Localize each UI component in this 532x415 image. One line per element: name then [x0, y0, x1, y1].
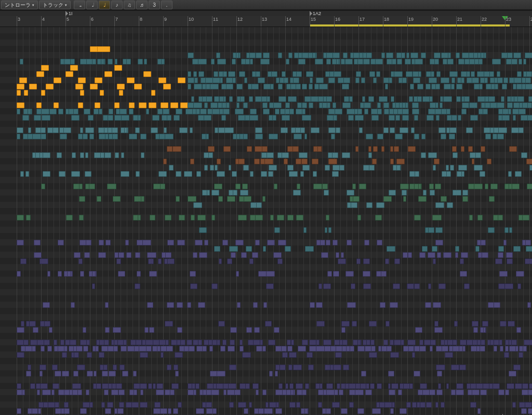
midi-note[interactable]: [79, 184, 83, 189]
midi-note[interactable]: [200, 109, 207, 114]
midi-note[interactable]: [460, 258, 464, 264]
midi-note[interactable]: [278, 383, 283, 389]
midi-note[interactable]: [97, 46, 110, 52]
midi-note[interactable]: [274, 184, 277, 189]
midi-note[interactable]: [172, 146, 181, 152]
midi-note[interactable]: [470, 152, 475, 158]
midi-note[interactable]: [498, 390, 505, 395]
midi-note[interactable]: [327, 271, 332, 277]
midi-note[interactable]: [516, 327, 521, 333]
midi-note[interactable]: [400, 127, 408, 133]
midi-note[interactable]: [236, 102, 240, 108]
midi-note[interactable]: [305, 246, 314, 252]
midi-note[interactable]: [464, 283, 470, 289]
midi-note[interactable]: [26, 371, 32, 377]
midi-note[interactable]: [105, 327, 110, 333]
midi-note[interactable]: [64, 402, 69, 408]
midi-note[interactable]: [492, 59, 501, 64]
midi-note[interactable]: [157, 109, 163, 114]
midi-note[interactable]: [293, 365, 302, 370]
midi-note[interactable]: [268, 171, 274, 177]
midi-note[interactable]: [456, 84, 462, 89]
midi-note[interactable]: [487, 159, 492, 164]
midi-note[interactable]: [252, 252, 258, 258]
midi-note[interactable]: [467, 71, 470, 77]
midi-note[interactable]: [462, 346, 466, 352]
midi-note[interactable]: [275, 109, 279, 114]
midi-note[interactable]: [273, 102, 282, 108]
midi-note[interactable]: [147, 252, 156, 258]
midi-note[interactable]: [73, 371, 78, 377]
midi-note[interactable]: [419, 252, 425, 258]
midi-note[interactable]: [425, 302, 431, 308]
midi-note[interactable]: [414, 215, 420, 221]
midi-note[interactable]: [316, 340, 320, 345]
midi-note[interactable]: [432, 246, 438, 252]
midi-note[interactable]: [387, 246, 395, 252]
midi-note[interactable]: [267, 96, 270, 102]
midi-note[interactable]: [324, 190, 329, 196]
midi-note[interactable]: [126, 252, 131, 258]
midi-note[interactable]: [446, 383, 449, 389]
midi-note[interactable]: [302, 165, 309, 171]
midi-note[interactable]: [52, 365, 58, 370]
midi-note[interactable]: [316, 302, 323, 308]
midi-note[interactable]: [415, 327, 423, 333]
midi-note[interactable]: [228, 383, 236, 389]
midi-note[interactable]: [505, 346, 509, 352]
midi-note[interactable]: [156, 390, 164, 395]
midi-note[interactable]: [235, 240, 244, 245]
midi-note[interactable]: [446, 171, 451, 177]
midi-note[interactable]: [157, 346, 161, 352]
midi-note[interactable]: [206, 134, 209, 139]
midi-note[interactable]: [476, 383, 483, 389]
midi-note[interactable]: [498, 215, 502, 221]
midi-note[interactable]: [523, 346, 527, 352]
midi-note[interactable]: [112, 134, 117, 139]
midi-note[interactable]: [193, 390, 196, 395]
midi-note[interactable]: [187, 302, 191, 308]
midi-note[interactable]: [245, 59, 250, 64]
midi-note[interactable]: [512, 184, 520, 189]
midi-note[interactable]: [28, 365, 31, 370]
midi-note[interactable]: [456, 390, 464, 395]
midi-note[interactable]: [284, 77, 288, 83]
midi-note[interactable]: [518, 59, 522, 64]
midi-note[interactable]: [255, 215, 263, 221]
midi-note[interactable]: [17, 127, 23, 133]
midi-note[interactable]: [474, 165, 483, 171]
midi-note[interactable]: [366, 53, 372, 58]
midi-note[interactable]: [165, 252, 171, 258]
midi-note[interactable]: [430, 190, 435, 196]
midi-note[interactable]: [99, 240, 103, 245]
midi-note[interactable]: [204, 240, 208, 245]
midi-note[interactable]: [234, 390, 241, 395]
midi-note[interactable]: [195, 240, 203, 245]
midi-note[interactable]: [253, 302, 258, 308]
midi-note[interactable]: [232, 59, 236, 64]
midi-note[interactable]: [351, 283, 355, 289]
midi-note[interactable]: [104, 340, 109, 345]
midi-note[interactable]: [527, 302, 531, 308]
midi-note[interactable]: [89, 134, 94, 139]
midi-note[interactable]: [359, 127, 363, 133]
midi-note[interactable]: [285, 383, 289, 389]
midi-note[interactable]: [62, 371, 69, 377]
midi-note[interactable]: [357, 215, 361, 221]
midi-note[interactable]: [246, 246, 252, 252]
midi-note[interactable]: [326, 408, 331, 414]
midi-note[interactable]: [115, 59, 118, 64]
midi-note[interactable]: [300, 127, 304, 133]
midi-note[interactable]: [62, 352, 67, 358]
midi-note[interactable]: [244, 408, 248, 414]
midi-note[interactable]: [516, 271, 524, 277]
midi-note[interactable]: [139, 102, 147, 108]
midi-note[interactable]: [141, 196, 144, 202]
midi-note[interactable]: [342, 340, 348, 345]
midi-note[interactable]: [521, 152, 527, 158]
midi-note[interactable]: [41, 127, 46, 133]
midi-note[interactable]: [250, 109, 257, 114]
midi-note[interactable]: [121, 171, 129, 177]
midi-note[interactable]: [261, 171, 267, 177]
controller-dropdown[interactable]: ントローラ▾: [1, 1, 38, 9]
